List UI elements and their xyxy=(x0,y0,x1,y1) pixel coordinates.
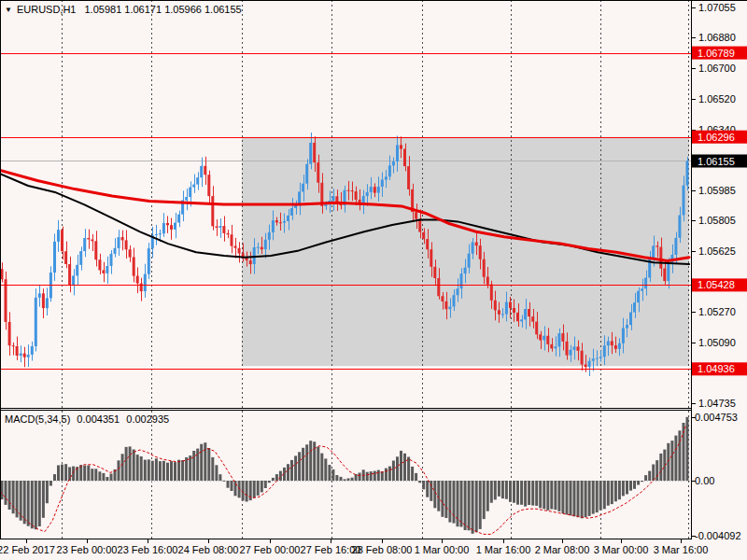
macd-plot-area[interactable] xyxy=(0,411,691,539)
macd-signal-value: 0.002935 xyxy=(126,413,169,425)
symbol-label: EURUSD,H1 xyxy=(17,4,77,15)
time-axis[interactable] xyxy=(0,539,747,560)
main-plot-area[interactable] xyxy=(0,0,691,408)
macd-header: MACD(5,34,5) 0.004351 0.002935 xyxy=(5,413,169,425)
symbol-dropdown-icon[interactable]: ▼ xyxy=(5,6,12,14)
price-axis[interactable] xyxy=(692,0,747,539)
symbol-ohlc-bar: ▼EURUSD,H11.05981 1.06171 1.05966 1.0615… xyxy=(5,4,242,15)
macd-label: MACD(5,34,5) xyxy=(5,413,70,425)
chart-window: { "header": { "symbol": "EURUSD,H1", "op… xyxy=(0,0,747,560)
macd-main-value: 0.004351 xyxy=(77,413,120,425)
ohlc-values: 1.05981 1.06171 1.05966 1.06155 xyxy=(85,4,242,15)
